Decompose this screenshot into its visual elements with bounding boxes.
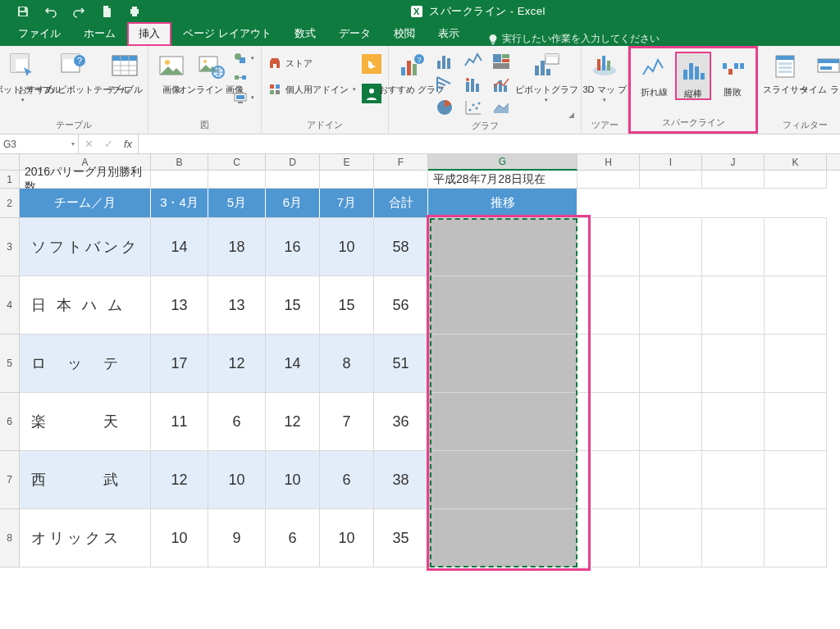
- undo-icon[interactable]: [44, 5, 57, 18]
- cell-B4[interactable]: 13: [151, 276, 208, 335]
- timeline-button[interactable]: タイム ライン: [810, 49, 840, 94]
- cell-D6[interactable]: 12: [266, 393, 320, 451]
- cell-I2[interactable]: [640, 189, 702, 218]
- name-box[interactable]: G3▾: [0, 134, 79, 153]
- row-header-3[interactable]: 3: [0, 218, 20, 276]
- cell-K1[interactable]: [765, 171, 827, 189]
- cell-A5[interactable]: ロ ッ テ: [20, 335, 151, 393]
- cell-F6[interactable]: 36: [374, 393, 428, 451]
- cell-F1[interactable]: [374, 171, 428, 189]
- cell-A3[interactable]: ソフトバンク: [20, 218, 151, 276]
- cell-F3[interactable]: 58: [374, 218, 428, 276]
- cell-H8[interactable]: [578, 509, 640, 567]
- tab-page-layout[interactable]: ページ レイアウト: [171, 22, 283, 46]
- cell-G7[interactable]: [428, 451, 578, 509]
- cell-C6[interactable]: 6: [208, 393, 266, 451]
- cell-H4[interactable]: [578, 276, 640, 335]
- col-header-B[interactable]: B: [151, 154, 208, 170]
- cell-E4[interactable]: 15: [320, 276, 374, 335]
- cell-I7[interactable]: [640, 451, 702, 509]
- cell-F4[interactable]: 56: [374, 276, 428, 335]
- col-header-H[interactable]: H: [578, 154, 640, 170]
- col-header-J[interactable]: J: [702, 154, 765, 170]
- line-chart-button[interactable]: [461, 51, 486, 72]
- cell-H1[interactable]: [578, 171, 640, 189]
- cell-B2[interactable]: 3・4月: [151, 189, 208, 218]
- cell-B3[interactable]: 14: [151, 218, 208, 276]
- cell-D8[interactable]: 6: [266, 509, 320, 567]
- cell-J3[interactable]: [702, 218, 765, 276]
- cell-J8[interactable]: [702, 509, 765, 567]
- cell-B7[interactable]: 12: [151, 451, 208, 509]
- cell-D7[interactable]: 10: [266, 451, 320, 509]
- cell-B8[interactable]: 10: [151, 509, 208, 567]
- cell-H3[interactable]: [578, 218, 640, 276]
- row-header-6[interactable]: 6: [0, 393, 20, 451]
- cell-E6[interactable]: 7: [320, 393, 374, 451]
- tell-me-search[interactable]: 実行したい作業を入力してください: [471, 32, 660, 46]
- cancel-formula-icon[interactable]: ✕: [79, 138, 98, 150]
- shapes-button[interactable]: ▾: [232, 51, 256, 66]
- recommended-charts-button[interactable]: ? おすすめ グラフ: [394, 49, 430, 94]
- cell-E8[interactable]: 10: [320, 509, 374, 567]
- tab-home[interactable]: ホーム: [72, 22, 127, 46]
- bing-maps-button[interactable]: [360, 52, 383, 74]
- cell-E2[interactable]: 7月: [320, 189, 374, 218]
- cell-H7[interactable]: [578, 451, 640, 509]
- worksheet[interactable]: A B C D E F G H I J K 1 2016パリーグ月別勝利数 平成…: [0, 154, 840, 567]
- cell-J2[interactable]: [702, 189, 765, 218]
- cell-J4[interactable]: [702, 276, 765, 335]
- tab-view[interactable]: 表示: [427, 22, 471, 46]
- cell-D2[interactable]: 6月: [266, 189, 320, 218]
- row-header-2[interactable]: 2: [0, 189, 20, 218]
- cell-J6[interactable]: [702, 393, 765, 451]
- formula-input[interactable]: [139, 134, 840, 153]
- select-all-corner[interactable]: [0, 154, 20, 170]
- pivot-chart-button[interactable]: ピボットグラフ▾: [517, 49, 576, 103]
- cell-C1[interactable]: [208, 171, 266, 189]
- cell-A8[interactable]: オリックス: [20, 509, 151, 567]
- cell-C8[interactable]: 9: [208, 509, 266, 567]
- combo-chart-button[interactable]: [489, 74, 514, 95]
- row-header-4[interactable]: 4: [0, 276, 20, 335]
- cell-G2[interactable]: 推移: [428, 189, 578, 218]
- row-header-1[interactable]: 1: [0, 171, 20, 189]
- cell-J1[interactable]: [702, 171, 765, 189]
- tab-formulas[interactable]: 数式: [283, 22, 327, 46]
- cell-G4[interactable]: [428, 276, 578, 335]
- col-header-G[interactable]: G: [428, 154, 578, 171]
- cell-E1[interactable]: [320, 171, 374, 189]
- cell-F2[interactable]: 合計: [374, 189, 428, 218]
- cell-E3[interactable]: 10: [320, 218, 374, 276]
- cell-A2[interactable]: チーム／月: [20, 189, 151, 218]
- cell-D3[interactable]: 16: [266, 218, 320, 276]
- hierarchy-chart-button[interactable]: [433, 74, 458, 95]
- store-button[interactable]: ストア: [267, 56, 357, 71]
- tab-insert[interactable]: 挿入: [127, 22, 171, 46]
- col-header-C[interactable]: C: [208, 154, 266, 170]
- cell-B6[interactable]: 11: [151, 393, 208, 451]
- treemap-button[interactable]: [489, 51, 514, 72]
- cell-K2[interactable]: [765, 189, 827, 218]
- cell-C3[interactable]: 18: [208, 218, 266, 276]
- col-header-F[interactable]: F: [374, 154, 428, 170]
- cell-E5[interactable]: 8: [320, 335, 374, 393]
- cell-A7[interactable]: 西 武: [20, 451, 151, 509]
- row-header-8[interactable]: 8: [0, 509, 20, 567]
- cell-G8[interactable]: [428, 509, 578, 567]
- table-button[interactable]: テーブル: [107, 49, 143, 94]
- sparkline-winloss-button[interactable]: 勝敗: [714, 52, 751, 97]
- cell-K4[interactable]: [765, 276, 827, 335]
- map3d-button[interactable]: 3D マッ プ▾: [587, 49, 623, 103]
- cell-D4[interactable]: 15: [266, 276, 320, 335]
- redo-icon[interactable]: [72, 5, 85, 18]
- cell-A4[interactable]: 日 本 ハ ム: [20, 276, 151, 335]
- cell-G5[interactable]: [428, 335, 578, 393]
- pivot-table-button[interactable]: ピボット テーブル▾: [5, 49, 41, 103]
- cell-G6[interactable]: [428, 393, 578, 451]
- tab-review[interactable]: 校閲: [382, 22, 427, 46]
- cell-H2[interactable]: [578, 189, 640, 218]
- statistic-chart-button[interactable]: [461, 74, 486, 95]
- cell-C7[interactable]: 10: [208, 451, 266, 509]
- fx-icon[interactable]: fx: [118, 138, 138, 150]
